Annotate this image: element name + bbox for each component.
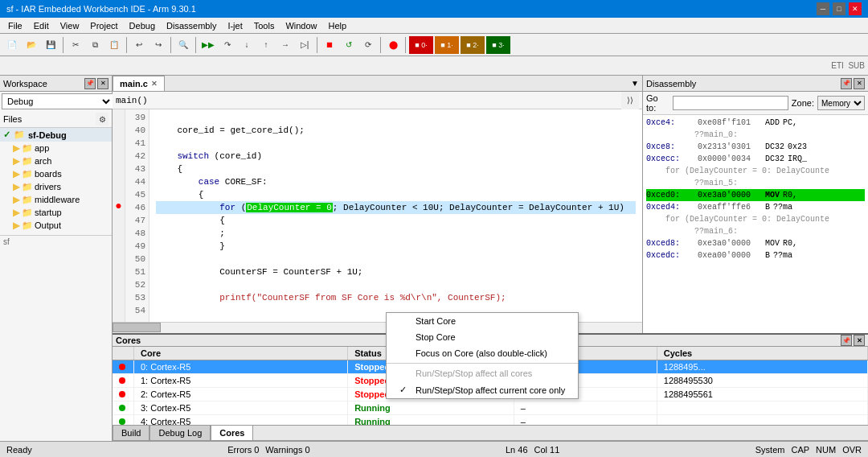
menu-tools[interactable]: Tools [249,20,280,31]
row4-status: Running [348,415,514,426]
ln-46: 46 [129,201,145,214]
tree-item-middleware[interactable]: ▶ 📁 middleware [0,193,112,206]
disasm-content[interactable]: 0xce4: 0xe08f'f101 ADD PC, ??main_0: 0xc… [643,115,868,333]
tb-copy-btn[interactable]: ⧉ [86,36,104,54]
zone-label: Zone: [792,98,814,108]
ctx-focus-core[interactable]: Focus on Core (also double-click) [387,345,578,361]
menu-window[interactable]: Window [280,20,321,31]
tb-sep3 [170,37,171,53]
menu-disassembly[interactable]: Disassembly [162,20,221,31]
tb-next-stmt[interactable]: → [276,36,294,54]
tb-r2[interactable]: ■ 2· [461,36,485,54]
tb-r1[interactable]: ■ 1· [435,36,459,54]
ctx-stop-core[interactable]: Stop Core [387,333,578,345]
disassembly-panel: Disassembly 📌 ✕ Go to: Zone: Memory [643,76,868,333]
ctx-affect-current[interactable]: ✓ Run/Step/Stop affect current core only [387,381,578,398]
tb-new-btn[interactable]: 📄 [3,36,21,54]
menu-ijet[interactable]: I-jet [223,20,247,31]
tree-item-drivers[interactable]: ▶ 📁 drivers [0,180,112,193]
tb-r0[interactable]: ■ 0· [409,36,433,54]
ctx-affect-current-label: Run/Step/Stop affect current core only [416,385,565,395]
editor-tab-mainc[interactable]: main.c ✕ [113,76,165,91]
tb-restart-btn[interactable]: ↺ [340,36,358,54]
maximize-button[interactable]: □ [833,2,845,15]
num-label: NUM [816,445,836,455]
menu-edit[interactable]: Edit [29,20,54,31]
tb-save-btn[interactable]: 💾 [42,36,59,54]
folder-icon-output: ▶ [13,220,20,231]
minimize-button[interactable]: ─ [817,2,829,15]
tb-redo-btn[interactable]: ↪ [149,36,167,54]
editor-scroll-right-btn[interactable]: ⟩⟩ [621,92,639,109]
tb-paste-btn[interactable]: 📋 [105,36,123,54]
tb-undo-btn[interactable]: ↩ [130,36,148,54]
title-bar-controls: ─ □ ✕ [817,2,862,15]
left-panel: Workspace 📌 ✕ Debug Release Files ⚙ ✓ 📁 … [0,76,113,441]
menu-view[interactable]: View [55,20,84,31]
tb-reset-btn[interactable]: ⟳ [359,36,377,54]
dot-3 [119,405,125,411]
ctx-affect-all-label: Run/Step/Stop affect all cores [416,368,532,378]
bp-spacer-3 [113,135,125,148]
tb-sep7 [405,37,406,53]
lower-area: Cores 📌 ✕ Core Status PC Cycles [113,333,868,425]
tb-breakpoint-btn[interactable]: ⬤ [384,36,402,54]
workspace-name[interactable]: ✓ 📁 sf-Debug [0,128,112,142]
workspace-dropdown[interactable]: Debug Release [2,93,113,109]
cores-row-3[interactable]: 3: Cortex-R5 Running – [113,401,868,415]
menu-help[interactable]: Help [324,20,352,31]
tb-step-out[interactable]: ↑ [257,36,275,54]
disasm-pin-btn[interactable]: 📌 [841,78,852,89]
tab-debug-log[interactable]: Debug Log [149,425,211,440]
tree-item-arch[interactable]: ▶ 📁 arch [0,154,112,167]
tree-item-output[interactable]: ▶ 📁 Output [0,219,112,232]
editor-tab-close-btn[interactable]: ✕ [151,80,158,88]
goto-input[interactable] [673,96,788,110]
tb-stop-btn[interactable]: ⏹ [321,36,338,54]
h-scroll-thumb[interactable] [113,323,161,332]
breakpoint-indicator-46[interactable]: ● [113,200,125,212]
menu-file[interactable]: File [3,20,27,31]
tree-item-app[interactable]: ▶ 📁 app [0,142,112,154]
tb-cut-btn[interactable]: ✂ [67,36,84,54]
ln-label: Ln 46 [506,445,528,455]
code-content[interactable]: core_id = get_core_id(); switch (core_id… [149,109,642,322]
tb-step-in[interactable]: ↓ [238,36,256,54]
ln-51: 51 [129,266,145,278]
project-check-icon: ✓ [3,130,10,140]
disasm-line-8: 0xced4: 0xeaff'ffe6 B ??ma [646,201,865,213]
tb-open-btn[interactable]: 📂 [23,36,40,54]
tb-r3[interactable]: ■ 3· [486,36,510,54]
close-button[interactable]: ✕ [849,2,862,15]
disasm-line-5: for (DelayCounter = 0: DelayCounte [646,165,865,177]
ctx-check-all [399,368,409,378]
menu-project[interactable]: Project [85,20,122,31]
ctx-sep [387,363,578,364]
bottom-tabs: Build Debug Log Cores [113,425,868,441]
cores-close-btn[interactable]: ✕ [854,335,865,346]
code-line-46: for (DelayCounter = 0; DelayCounter < 10… [156,201,636,214]
col-core: Core [134,347,348,360]
cores-pin-btn[interactable]: 📌 [841,335,852,346]
code-editor-panel: main.c ✕ ▼ main() ⟩⟩ [113,76,643,333]
tree-item-boards[interactable]: ▶ 📁 boards [0,167,112,180]
tree-item-startup[interactable]: ▶ 📁 startup [0,206,112,219]
tb-run-cursor[interactable]: ▷| [296,36,313,54]
tb-debug-go[interactable]: ▶▶ [199,36,217,54]
files-settings-btn[interactable]: ⚙ [96,113,108,126]
menu-debug[interactable]: Debug [125,20,160,31]
editor-scroll-btn[interactable]: ▼ [628,76,642,91]
tb-find-btn[interactable]: 🔍 [174,36,192,54]
tab-cores[interactable]: Cores [211,425,253,440]
tab-build[interactable]: Build [113,425,149,440]
workspace-pin-btn[interactable]: 📌 [84,78,96,89]
cores-row-4[interactable]: 4: Cortex-R5 Running – [113,415,868,426]
tb-step-over[interactable]: ↷ [219,36,236,54]
disasm-line-active: 0xced0: 0xe3a0'0000 MOV R0, [646,189,865,201]
workspace-close-btn[interactable]: ✕ [97,78,108,89]
disasm-close-btn[interactable]: ✕ [854,78,865,89]
code-line-47: { [156,214,636,227]
bp-spacer-2 [113,122,125,135]
zone-select[interactable]: Memory [817,96,865,110]
tree-label-app: app [35,143,49,153]
